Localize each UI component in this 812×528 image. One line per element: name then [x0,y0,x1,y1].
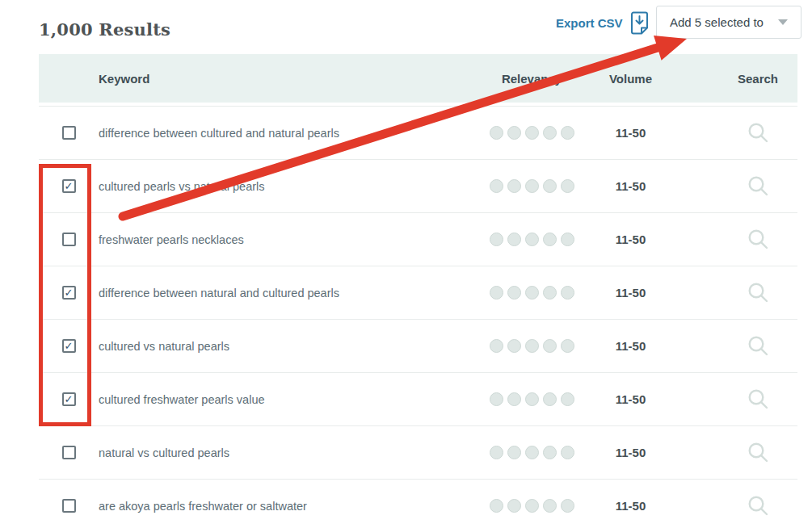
relevancy-cell [462,392,583,406]
checkbox-cell [39,499,99,513]
relevancy-cell [462,339,583,353]
relevancy-dot [507,392,521,406]
relevancy-dots [490,233,574,246]
row-checkbox[interactable]: ✓ [62,286,76,300]
relevancy-dot [525,339,539,353]
relevancy-dot [525,392,539,406]
row-checkbox[interactable]: ✓ [62,179,76,193]
search-icon[interactable] [747,122,769,144]
relevancy-cell [462,499,583,513]
row-checkbox[interactable]: ✓ [62,392,76,406]
keyword-cell[interactable]: cultured freshwater pearls value [99,393,462,406]
table-row: freshwater pearls necklaces 11-50 [39,213,797,266]
keyword-cell[interactable]: difference between cultured and natural … [99,127,462,140]
row-checkbox[interactable]: ✓ [62,339,76,353]
relevancy-dot [525,126,539,140]
export-csv-link[interactable]: Export CSV [556,10,649,36]
row-checkbox[interactable] [62,233,76,246]
search-icon[interactable] [747,175,769,197]
search-cell [692,282,797,304]
export-csv-icon [630,11,649,35]
volume-cell: 11-50 [583,233,692,246]
search-cell [692,228,797,250]
row-checkbox[interactable] [62,126,76,140]
table-header-row: Keyword Relevancy Volume Search [39,54,797,103]
relevancy-dot [507,286,521,300]
relevancy-dots [490,392,574,406]
relevancy-dot [561,126,574,140]
search-cell [692,175,797,197]
relevancy-cell [462,286,583,300]
search-cell [692,442,797,463]
row-checkbox[interactable] [62,499,76,513]
checkbox-cell [39,233,99,246]
relevancy-dot [490,126,503,140]
relevancy-dot [507,499,521,513]
checkbox-cell: ✓ [39,286,99,300]
column-header-volume[interactable]: Volume [583,72,692,86]
relevancy-dot [525,233,539,246]
relevancy-dot [561,499,574,513]
keyword-cell[interactable]: freshwater pearls necklaces [99,233,462,246]
relevancy-cell [462,233,583,246]
checkbox-cell [39,446,99,459]
row-checkbox[interactable] [62,446,76,459]
search-icon[interactable] [747,282,769,304]
relevancy-dot [561,339,574,353]
search-icon[interactable] [747,495,769,517]
keyword-cell[interactable]: cultured pearls vs natural pearls [99,180,462,193]
table-row: difference between cultured and natural … [39,106,797,160]
table-body: difference between cultured and natural … [39,106,797,528]
volume-cell: 11-50 [583,126,692,140]
checkbox-cell: ✓ [39,339,99,353]
add-selected-dropdown[interactable]: Add 5 selected to [656,6,801,39]
relevancy-dot [507,126,521,140]
search-icon[interactable] [747,228,769,250]
relevancy-dot [490,286,503,300]
relevancy-dot [543,179,557,193]
relevancy-dot [561,392,574,406]
results-count-title: 1,000 Results [39,19,170,40]
relevancy-dot [561,179,574,193]
keyword-cell[interactable]: difference between natural and cultured … [99,287,462,300]
volume-cell: 11-50 [583,392,692,406]
relevancy-dot [525,286,539,300]
search-icon[interactable] [747,442,769,463]
keyword-cell[interactable]: cultured vs natural pearls [99,340,462,353]
relevancy-cell [462,446,583,459]
search-icon[interactable] [747,388,769,410]
relevancy-dot [543,233,557,246]
relevancy-dots [490,446,574,459]
table-row: are akoya pearls freshwater or saltwater… [39,480,797,528]
relevancy-dot [543,286,557,300]
export-csv-label: Export CSV [556,16,623,30]
relevancy-dot [543,392,557,406]
relevancy-dot [490,499,503,513]
relevancy-dot [561,286,574,300]
relevancy-cell [462,126,583,140]
search-icon[interactable] [747,335,769,357]
relevancy-dot [507,446,521,459]
keyword-results-table: Keyword Relevancy Volume Search differen… [39,54,797,528]
checkbox-cell: ✓ [39,179,99,193]
relevancy-dot [490,179,503,193]
keyword-cell[interactable]: are akoya pearls freshwater or saltwater [99,500,462,513]
relevancy-dot [561,446,574,459]
relevancy-dot [507,233,521,246]
table-row: natural vs cultured pearls 11-50 [39,426,797,480]
column-header-relevancy[interactable]: Relevancy [462,72,583,86]
keyword-cell[interactable]: natural vs cultured pearls [99,446,462,459]
column-header-search[interactable]: Search [692,72,797,86]
relevancy-dots [490,286,574,300]
relevancy-dot [490,233,503,246]
volume-cell: 11-50 [583,179,692,193]
volume-cell: 11-50 [583,339,692,353]
relevancy-dot [507,339,521,353]
relevancy-dot [507,179,521,193]
relevancy-dot [490,392,503,406]
table-row: ✓ difference between natural and culture… [39,266,797,320]
relevancy-dot [490,446,503,459]
column-header-keyword[interactable]: Keyword [99,72,462,86]
relevancy-dot [525,499,539,513]
checkbox-cell: ✓ [39,392,99,406]
